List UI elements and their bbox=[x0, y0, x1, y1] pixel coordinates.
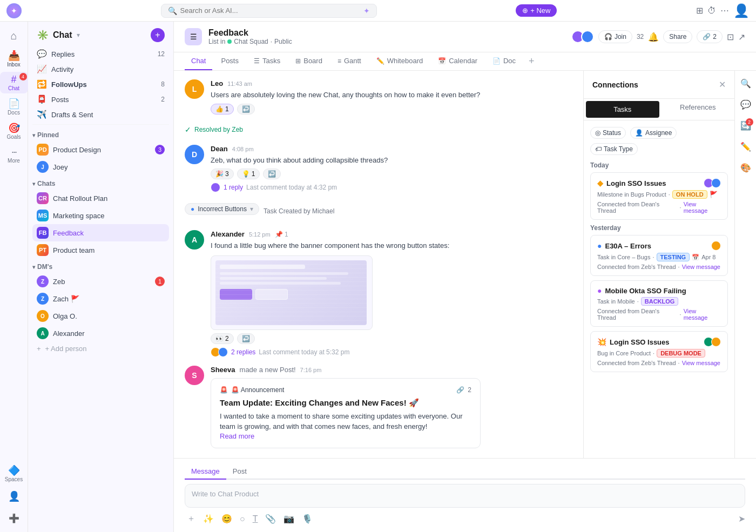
rail-inbox[interactable]: 📥 Inbox bbox=[0, 48, 28, 70]
sidebar-item-olga[interactable]: O Olga O. bbox=[32, 307, 169, 325]
input-tab-message[interactable]: Message bbox=[185, 465, 226, 480]
share-button[interactable]: Share bbox=[663, 30, 692, 43]
reaction-bulb[interactable]: 💡 1 bbox=[237, 169, 260, 179]
reaction-party[interactable]: 🎉 3 bbox=[211, 169, 234, 179]
alexander-reply-info[interactable]: 2 replies Last comment today at 5:32 pm bbox=[211, 347, 572, 357]
dms-section-header[interactable]: ▾ DM's bbox=[28, 259, 173, 273]
reaction-add-dean[interactable]: ↩️ bbox=[263, 169, 281, 179]
sidebar-item-zeb[interactable]: Z Zeb 1 bbox=[32, 273, 169, 290]
reaction-add-alexander[interactable]: ↩️ bbox=[237, 333, 255, 344]
sidebar-item-alexander[interactable]: A Alexander bbox=[32, 325, 169, 342]
sidebar-item-drafts[interactable]: ✈️ Drafts & Sent bbox=[32, 107, 169, 122]
input-tab-post[interactable]: Post bbox=[226, 465, 253, 480]
task-badge[interactable]: ● Incorrect Buttons ▾ bbox=[185, 203, 259, 215]
search-bar[interactable]: 🔍 ✦ bbox=[161, 4, 377, 18]
bell-icon[interactable]: 🔔 bbox=[648, 32, 659, 42]
tab-chat[interactable]: Chat bbox=[185, 52, 212, 70]
topbar-icon-clock[interactable]: ⏱ bbox=[707, 6, 716, 16]
dean-reply-info[interactable]: 1 reply Last comment today at 4:32 pm bbox=[211, 183, 572, 192]
topbar-icon-apps[interactable]: ⋯ bbox=[720, 5, 729, 16]
sidebar-item-product-design[interactable]: PD Product Design 3 bbox=[32, 141, 169, 158]
tab-posts[interactable]: Posts bbox=[214, 52, 245, 70]
chats-section-header[interactable]: ▾ Chats bbox=[28, 176, 173, 190]
search-input[interactable] bbox=[180, 6, 360, 15]
input-sparkle-button[interactable]: ✨ bbox=[201, 513, 216, 525]
filter-task-type[interactable]: 🏷 Task Type bbox=[590, 143, 638, 155]
input-add-button[interactable]: ＋ bbox=[185, 512, 198, 526]
sidebar-item-joey[interactable]: J Joey bbox=[32, 158, 169, 176]
expand-icon[interactable]: ↗ bbox=[738, 32, 745, 42]
input-emoji-button[interactable]: 😊 bbox=[219, 513, 234, 525]
tab-tasks[interactable]: ☰ Tasks bbox=[247, 52, 287, 70]
rail-home[interactable]: ⌂ bbox=[4, 26, 24, 45]
app-logo[interactable]: ✦ bbox=[6, 3, 22, 18]
input-mention-button[interactable]: ○ bbox=[238, 513, 247, 525]
read-more-link[interactable]: Read more bbox=[220, 432, 471, 440]
sidebar-item-product-team[interactable]: PT Product team bbox=[32, 241, 169, 259]
task-created-text: Task Created by Michael bbox=[264, 207, 334, 215]
connections-close-button[interactable]: ✕ bbox=[719, 79, 726, 90]
rail-chat[interactable]: 4 # Chat bbox=[0, 72, 28, 93]
sidebar-item-posts[interactable]: 📮 Posts 2 bbox=[32, 92, 169, 107]
join-button[interactable]: 🎧 Join bbox=[598, 30, 632, 43]
tab-board[interactable]: ⊞ Board bbox=[289, 52, 329, 70]
tab-gantt[interactable]: ≡ Gantt bbox=[331, 52, 368, 70]
input-video-button[interactable]: 📷 bbox=[281, 513, 296, 525]
filter-status[interactable]: ◎ Status bbox=[590, 127, 626, 139]
conn-tab-references[interactable]: References bbox=[662, 99, 735, 120]
sidebar-item-chat-rollout[interactable]: CR Chat Rollout Plan bbox=[32, 190, 169, 207]
tab-whiteboard[interactable]: ✏️ Whiteboard bbox=[370, 52, 429, 70]
sidebar-item-activity[interactable]: 📈 Activity bbox=[32, 62, 169, 77]
more-label: More bbox=[8, 158, 20, 164]
leo-reactions: 👍 1 ↩️ bbox=[211, 104, 572, 115]
right-connections-icon[interactable]: 🔄 2 bbox=[737, 117, 754, 134]
input-audio-button[interactable]: 🎙️ bbox=[300, 513, 315, 525]
rail-spaces[interactable]: 🔷 Spaces bbox=[0, 462, 28, 484]
input-send-button[interactable]: ➤ bbox=[738, 514, 745, 524]
right-chat-icon[interactable]: 💬 bbox=[737, 96, 754, 113]
zach-label: Zach 🚩 bbox=[53, 295, 165, 303]
conn-tab-tasks[interactable]: Tasks bbox=[586, 101, 659, 118]
reaction-add-leo[interactable]: ↩️ bbox=[237, 104, 255, 115]
sidebar-item-add-person[interactable]: + + Add person bbox=[32, 342, 169, 355]
task4-view-link[interactable]: View message bbox=[682, 360, 720, 366]
rail-docs[interactable]: 📄 Docs bbox=[0, 96, 28, 118]
input-format-button[interactable]: T bbox=[251, 513, 260, 525]
reaction-eyes[interactable]: 👀 2 bbox=[211, 333, 234, 344]
task4-title-row: 💥 Login SSO Issues bbox=[597, 337, 721, 347]
task1-view-link[interactable]: View message bbox=[684, 201, 721, 214]
right-edit-icon[interactable]: ✏️ bbox=[737, 138, 754, 155]
sidebar-item-followups[interactable]: 🔁 FollowUps 8 bbox=[32, 77, 169, 92]
sidebar-add-button[interactable]: + bbox=[151, 28, 165, 42]
new-button[interactable]: ⊕ + New bbox=[516, 4, 557, 17]
task2-view-link[interactable]: View message bbox=[682, 264, 720, 270]
sidebar-item-replies[interactable]: 💬 Replies 12 bbox=[32, 46, 169, 62]
rail-goals[interactable]: 🎯 Goals bbox=[0, 120, 28, 142]
sidebar-item-zach[interactable]: Z Zach 🚩 bbox=[32, 290, 169, 307]
layout-icon[interactable]: ⊡ bbox=[727, 32, 734, 42]
task3-title-row: ● Mobile Okta SSO Failing bbox=[597, 286, 721, 295]
connections-button[interactable]: 🔗 2 bbox=[697, 30, 723, 43]
right-search-icon[interactable]: 🔍 bbox=[737, 75, 754, 92]
tab-add-button[interactable]: + bbox=[524, 53, 539, 69]
filter-assignee[interactable]: 👤 Assignee bbox=[630, 127, 677, 139]
joey-avatar: J bbox=[37, 161, 49, 173]
reaction-thumbsup[interactable]: 👍 1 bbox=[211, 104, 234, 115]
topbar-avatar[interactable]: 👤 bbox=[733, 3, 750, 18]
message-input-box[interactable]: Write to Chat Product bbox=[185, 484, 745, 508]
sidebar-item-marketing-space[interactable]: MS Marketing space bbox=[32, 207, 169, 224]
rail-profile[interactable]: 👤 bbox=[4, 487, 24, 506]
sidebar-item-feedback[interactable]: FB Feedback bbox=[32, 224, 169, 241]
input-attach-button[interactable]: 📎 bbox=[263, 513, 278, 525]
dean-sender-name: Dean bbox=[211, 145, 228, 153]
right-palette-icon[interactable]: 🎨 bbox=[737, 159, 754, 176]
goals-label: Goals bbox=[6, 134, 21, 140]
pinned-section-header[interactable]: ▾ Pinned bbox=[28, 127, 173, 141]
rail-more[interactable]: ··· More bbox=[0, 144, 28, 166]
task3-view-link[interactable]: View message bbox=[684, 308, 721, 321]
tab-calendar[interactable]: 📅 Calendar bbox=[431, 52, 484, 70]
topbar-icon-grid[interactable]: ⊞ bbox=[696, 5, 703, 16]
tab-doc[interactable]: 📄 Doc bbox=[486, 52, 522, 70]
assignee-icon: 👤 bbox=[635, 129, 643, 137]
rail-add-member[interactable]: ➕ bbox=[4, 508, 24, 528]
